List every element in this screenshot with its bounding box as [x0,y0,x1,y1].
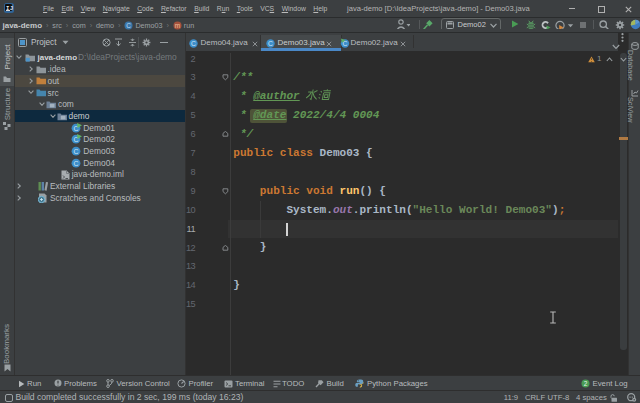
svg-text:2: 2 [584,380,588,387]
svg-text:C: C [73,148,78,155]
svg-text:m: m [175,21,180,28]
svg-text:C: C [73,160,78,167]
svg-text:C: C [268,40,273,47]
svg-text:C: C [127,21,132,28]
svg-text:C: C [191,40,196,47]
